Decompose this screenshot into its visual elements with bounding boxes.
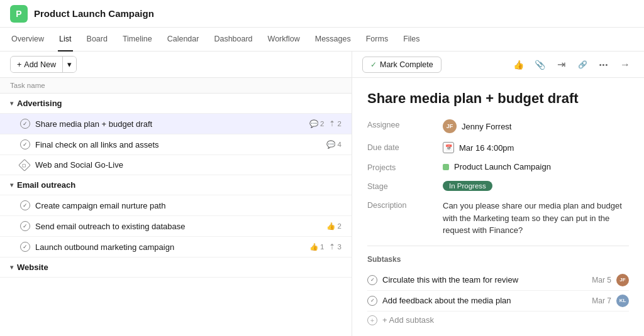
task-row[interactable]: ◇ Web and Social Go-Live: [0, 155, 352, 175]
app-header: P Product Launch Campaign: [0, 0, 644, 28]
chevron-down-icon: ▾: [10, 264, 13, 271]
attach-button[interactable]: 📎: [531, 56, 548, 73]
section-advertising-label: Advertising: [17, 99, 62, 108]
projects-label: Projects: [367, 162, 443, 172]
mark-complete-label: Mark Complete: [380, 60, 433, 69]
comment-count: 💬 4: [326, 140, 341, 149]
comment-count: 💬 2: [309, 119, 325, 128]
task-check-done-icon[interactable]: ✓: [20, 221, 30, 231]
mark-complete-button[interactable]: ✓ Mark Complete: [362, 57, 441, 73]
avatar: KL: [616, 295, 629, 307]
plus-icon: +: [17, 60, 21, 69]
assignee-value: JF Jenny Forrest: [443, 119, 511, 133]
main-layout: + Add New ▾ Task name ▾ Advertising ✓ S: [0, 51, 644, 336]
nav-timeline[interactable]: Timeline: [121, 28, 153, 51]
subtask-count: ⇡ 2: [329, 119, 341, 128]
add-new-main[interactable]: + Add New: [11, 57, 62, 72]
due-date: Mar 16 4:00pm: [459, 143, 514, 153]
task-check-done-icon[interactable]: ✓: [20, 119, 30, 129]
projects-row: Projects Product Launch Campaign: [367, 162, 629, 172]
task-meta: 👍 2: [326, 222, 341, 230]
thumbs-up-button[interactable]: 👍: [509, 56, 527, 73]
avatar-initials: JF: [447, 123, 453, 129]
task-check-done-icon[interactable]: ✓: [20, 139, 30, 149]
checkmark-icon: ✓: [370, 60, 377, 69]
add-subtask-label: + Add subtask: [382, 315, 434, 325]
subtask-name: Circulate this with the team for review: [382, 275, 587, 285]
task-row[interactable]: ✓ Send email outreach to existing databa…: [0, 216, 352, 237]
nav-workflow[interactable]: Workflow: [267, 28, 301, 51]
task-row[interactable]: ✓ Share media plan + budget draft 💬 2 ⇡ …: [0, 114, 352, 134]
link-button[interactable]: 🔗: [574, 56, 591, 73]
task-name: Final check on all links and assets: [35, 140, 321, 149]
nav-board[interactable]: Board: [86, 28, 109, 51]
detail-title: Share media plan + budget draft: [367, 90, 629, 107]
nav-dashboard[interactable]: Dashboard: [213, 28, 253, 51]
section-email-label: Email outreach: [17, 180, 75, 190]
project-name: Product Launch Campaign: [454, 162, 551, 171]
task-meta: 👍 1 ⇡ 3: [309, 242, 341, 251]
stage-row: Stage In Progress: [367, 181, 629, 191]
toolbar: + Add New ▾: [0, 51, 352, 78]
divider: [367, 246, 629, 246]
subtask-row[interactable]: ✓ Circulate this with the team for revie…: [367, 270, 629, 291]
add-new-dropdown[interactable]: ▾: [62, 57, 76, 72]
task-check-done-icon[interactable]: ✓: [20, 200, 30, 210]
task-name: Send email outreach to existing database: [35, 222, 321, 231]
description-label: Description: [367, 200, 443, 210]
task-name: Web and Social Go-Live: [35, 160, 341, 170]
avatar: JF: [616, 274, 629, 286]
add-subtask-button[interactable]: + + Add subtask: [367, 312, 629, 329]
description-text: Can you please share our media plan and …: [443, 200, 629, 237]
subtask-row[interactable]: ✓ Add feedback about the media plan Mar …: [367, 291, 629, 312]
nav-overview[interactable]: Overview: [10, 28, 45, 51]
section-website-label: Website: [17, 263, 48, 272]
nav-messages[interactable]: Messages: [314, 28, 352, 51]
expand-button[interactable]: →: [616, 56, 634, 73]
like-count: 👍 2: [326, 222, 341, 230]
section-advertising[interactable]: ▾ Advertising: [0, 94, 352, 114]
chevron-down-icon: ▾: [10, 182, 13, 188]
share-button[interactable]: ⇥: [552, 56, 570, 73]
subtask-date: Mar 7: [592, 296, 611, 305]
subtasks-section: Subtasks ✓ Circulate this with the team …: [367, 255, 629, 329]
chevron-down-icon: ▾: [10, 100, 13, 107]
task-meta: 💬 2 ⇡ 2: [309, 119, 341, 128]
nav-forms[interactable]: Forms: [365, 28, 389, 51]
task-check-done-icon[interactable]: ✓: [20, 242, 30, 252]
project-color-dot: [443, 164, 449, 170]
due-date-label: Due date: [367, 142, 443, 152]
subtask-check-icon[interactable]: ✓: [367, 296, 377, 306]
description-value: Can you please share our media plan and …: [443, 200, 629, 237]
assignee-row: Assignee JF Jenny Forrest: [367, 119, 629, 133]
subtask-name: Add feedback about the media plan: [382, 296, 587, 305]
task-check-diamond-icon[interactable]: ◇: [18, 159, 31, 171]
nav-bar: Overview List Board Timeline Calendar Da…: [0, 28, 644, 51]
due-date-value: 📅 Mar 16 4:00pm: [443, 142, 514, 153]
nav-files[interactable]: Files: [402, 28, 421, 51]
task-name: Create campaign email nurture path: [35, 201, 341, 210]
task-row[interactable]: ✓ Final check on all links and assets 💬 …: [0, 134, 352, 155]
task-row[interactable]: ✓ Create campaign email nurture path: [0, 195, 352, 216]
task-row[interactable]: ✓ Launch outbound marketing campaign 👍 1…: [0, 237, 352, 257]
assignee-label: Assignee: [367, 119, 443, 129]
task-name: Share media plan + budget draft: [35, 119, 304, 129]
subtasks-label: Subtasks: [367, 255, 629, 264]
due-date-row: Due date 📅 Mar 16 4:00pm: [367, 142, 629, 153]
section-email-outreach[interactable]: ▾ Email outreach: [0, 175, 352, 195]
more-button[interactable]: •••: [595, 56, 613, 73]
app-logo: P: [10, 5, 28, 23]
section-website[interactable]: ▾ Website: [0, 257, 352, 278]
like-count: 👍 1: [309, 242, 325, 251]
left-panel: + Add New ▾ Task name ▾ Advertising ✓ S: [0, 51, 352, 336]
task-list: ▾ Advertising ✓ Share media plan + budge…: [0, 94, 352, 336]
stage-value: In Progress: [443, 181, 492, 191]
nav-calendar[interactable]: Calendar: [166, 28, 201, 51]
stage-badge[interactable]: In Progress: [443, 181, 492, 191]
add-new-button[interactable]: + Add New ▾: [10, 56, 77, 73]
task-name: Launch outbound marketing campaign: [35, 242, 304, 252]
chevron-down-icon: ▾: [67, 60, 72, 69]
subtask-check-icon[interactable]: ✓: [367, 275, 377, 285]
col-header: Task name: [0, 78, 352, 94]
nav-list[interactable]: List: [58, 28, 72, 51]
